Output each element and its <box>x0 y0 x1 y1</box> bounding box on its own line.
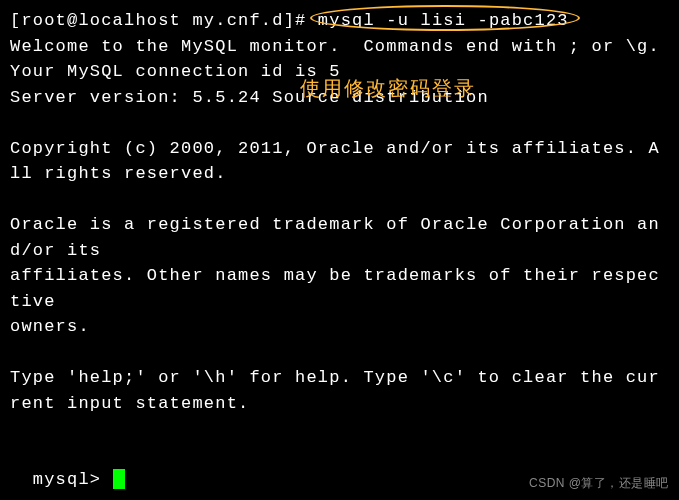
command-prompt-line: [root@localhost my.cnf.d]# mysql -u lisi… <box>10 8 669 34</box>
annotation-text: 使用修改密码登录 <box>300 73 476 103</box>
output-welcome: Welcome to the MySQL monitor. Commands e… <box>10 34 669 60</box>
cursor-block <box>113 469 125 489</box>
watermark-text: CSDN @算了，还是睡吧 <box>529 474 669 492</box>
blank-line <box>10 187 669 213</box>
output-trademark-2: affiliates. Other names may be trademark… <box>10 263 669 314</box>
blank-line <box>10 110 669 136</box>
entered-command: mysql -u lisi -pabc123 <box>318 11 569 30</box>
blank-line <box>10 416 669 442</box>
blank-line <box>10 340 669 366</box>
output-trademark-1: Oracle is a registered trademark of Orac… <box>10 212 669 263</box>
output-help: Type 'help;' or '\h' for help. Type '\c'… <box>10 365 669 416</box>
output-trademark-3: owners. <box>10 314 669 340</box>
mysql-prompt: mysql> <box>33 470 113 489</box>
shell-prompt: [root@localhost my.cnf.d]# <box>10 11 318 30</box>
output-copyright: Copyright (c) 2000, 2011, Oracle and/or … <box>10 136 669 187</box>
